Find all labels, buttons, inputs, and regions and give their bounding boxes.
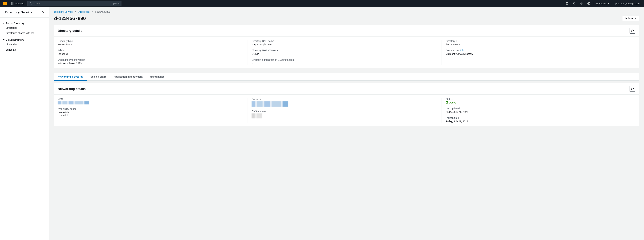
svg-point-0 [30,2,31,4]
chevron-right-icon [74,10,76,13]
networking-details-panel: Networking details VPC Availability zone… [54,83,639,126]
panel-title: Directory details [58,29,82,33]
redacted-value [252,101,288,107]
field-value: CORP [252,52,438,55]
nav-item-directories-shared[interactable]: Directories shared with me [0,30,49,36]
search-icon [30,2,32,5]
help-icon[interactable] [578,0,585,7]
search-input[interactable] [33,2,113,5]
redacted-value [252,113,262,118]
breadcrumb-current: d-1234567890 [95,10,110,13]
tab-networking-security[interactable]: Networking & security [54,73,87,81]
field-label: Launch time [446,117,632,119]
caret-down-icon [3,23,4,24]
account-menu[interactable]: jane_doe@example.com [613,2,644,5]
field-label: Description - Edit [446,49,632,52]
field-label: Subnets [252,98,438,101]
svg-point-5 [588,3,589,4]
field-value: Microsoft AD [58,43,244,46]
field-value: corp.example.com [252,43,438,46]
field-label: VPC [58,98,244,101]
refresh-button[interactable] [630,86,635,92]
field-label: Availability zones [58,107,244,110]
field-label: Directory DNS name [252,40,438,42]
field-label: Edition [58,49,244,52]
field-label: Operating system version [58,58,244,61]
edit-link[interactable]: Edit [460,49,464,52]
check-circle-icon [446,101,448,104]
services-label: Services [15,2,24,5]
tab-maintenance[interactable]: Maintenance [146,73,168,80]
search-box[interactable]: [Alt+S] [28,1,122,6]
nav-group-cloud-directory[interactable]: Cloud Directory [0,36,49,42]
refresh-icon [631,29,634,32]
refresh-icon [631,87,634,90]
grid-icon [12,2,14,5]
actions-button[interactable]: Actions [622,16,639,21]
page-title: d-1234567890 [54,16,86,21]
settings-icon[interactable] [585,0,592,7]
main-content: Directory Service Directories d-12345678… [49,7,644,240]
top-nav-bar: Services [Alt+S] N. Virginia jane_doe@ex… [0,0,644,7]
search-shortcut: [Alt+S] [113,2,120,5]
field-label: Last updated [446,107,632,110]
tabs: Networking & security Scale & share Appl… [54,73,639,81]
field-value: Windows Server 2019 [58,62,244,65]
field-value: - [252,62,438,65]
field-label: Directory NetBIOS name [252,49,438,52]
field-value: d-1234567890 [446,43,632,46]
field-value: Standard [58,52,244,55]
services-menu[interactable]: Services [10,0,26,7]
breadcrumb-link-directories[interactable]: Directories [78,10,90,13]
field-label: Status [446,98,632,101]
caret-down-icon [3,39,4,40]
account-label: jane_doe@example.com [615,2,640,5]
field-value: Friday, July 21, 2023 [446,120,632,123]
region-selector[interactable]: N. Virginia [594,0,611,7]
tab-scale-share[interactable]: Scale & share [87,73,110,80]
sidebar-title: Directory Service [5,10,32,14]
notifications-icon[interactable] [570,0,578,7]
breadcrumb-link-service[interactable]: Directory Service [54,10,73,13]
tab-application-management[interactable]: Application management [110,73,146,80]
nav-group-active-directory[interactable]: Active Directory [0,19,49,25]
redacted-value [58,101,89,104]
nav-item-cloud-directories[interactable]: Directories [0,42,49,47]
field-label: Directory type [58,40,244,42]
field-label: DNS address [252,110,438,113]
breadcrumb: Directory Service Directories d-12345678… [54,9,639,16]
nav-item-directories[interactable]: Directories [0,25,49,30]
field-value: us-east-1b [58,114,244,117]
panel-title: Networking details [58,87,86,91]
caret-down-icon [635,18,636,19]
cloudshell-icon[interactable] [563,0,570,7]
svg-line-1 [31,4,32,4]
close-icon[interactable] [42,11,45,14]
status-badge: Active [446,101,632,104]
chevron-right-icon [91,10,93,13]
field-label: Directory ID [446,40,632,42]
chevron-down-icon [608,3,609,4]
field-value: Microsoft Active Directory [446,52,632,55]
field-value: Friday, July 21, 2023 [446,111,632,113]
field-value: us-east-1a [58,111,244,114]
aws-logo[interactable] [0,0,10,7]
refresh-button[interactable] [630,28,635,33]
field-label: Directory administration EC2 instance(s) [252,58,438,61]
nav-item-schemas[interactable]: Schemas [0,47,49,52]
directory-details-panel: Directory details Directory type Microso… [54,25,639,68]
region-label: N. Virginia [596,2,606,5]
sidebar: Directory Service Active Directory Direc… [0,7,49,240]
